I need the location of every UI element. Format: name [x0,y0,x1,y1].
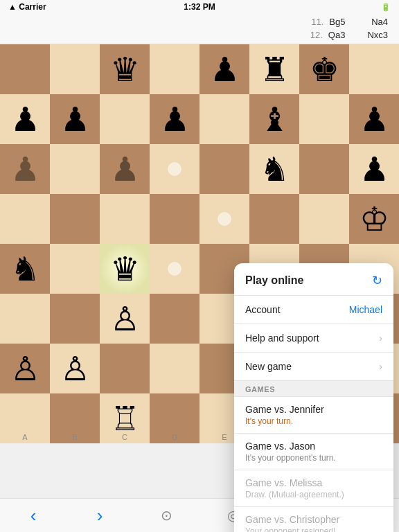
refresh-button[interactable]: ↻ [372,273,382,288]
move-list-button[interactable]: ⊙ [151,500,181,531]
move12-white: Qa3 [328,29,346,42]
cell-e6[interactable] [200,144,249,194]
status-bar: ▲ Carrier 1:32 PM 🔋 [0,0,399,14]
account-menu-item[interactable]: Account Michael [234,296,393,324]
cell-h5[interactable]: ♔ [349,194,399,244]
game-melissa-title: Game vs. Melissa [245,477,382,488]
forward-icon: › [97,505,103,526]
cell-f6[interactable]: ♞ [249,144,299,194]
cell-c4[interactable]: ♛ [100,244,150,294]
label-a: A [0,431,50,443]
new-game-chevron-icon: › [379,361,382,372]
move-notation-right: Na4 Nxc3 [367,16,388,41]
piece-a6: ♟ [10,150,40,188]
cell-f7[interactable]: ♝ [249,94,299,144]
cell-f8[interactable]: ♜ [249,44,299,94]
new-game-menu-item[interactable]: New game › [234,353,393,381]
piece-h7: ♟ [360,100,389,139]
cell-g5[interactable] [299,194,349,244]
move11-white: Bg5 [329,16,345,28]
cell-a2[interactable]: ♙ [0,344,50,393]
cell-d3[interactable] [150,294,200,344]
help-chevron-icon: › [379,332,382,344]
piece-f8: ♜ [260,50,290,89]
cell-d2[interactable] [150,344,200,393]
move11-number: 11. [311,16,323,28]
forward-button[interactable]: › [85,500,115,531]
help-label: Help and support [245,332,319,344]
cell-e5[interactable] [200,194,249,244]
cell-a8[interactable] [0,44,50,94]
cell-e7[interactable] [200,94,249,144]
cell-b2[interactable]: ♙ [50,344,100,393]
cell-c2[interactable] [100,344,150,393]
piece-a2: ♙ [10,349,40,388]
cell-d7[interactable]: ♟ [150,94,200,144]
cell-g8[interactable]: ♚ [299,44,349,94]
cell-e8[interactable]: ♟ [200,44,249,94]
game-christopher-title: Game vs. Christopher [245,514,382,525]
piece-c6: ♟ [110,150,140,188]
cell-b8[interactable] [50,44,100,94]
cell-b5[interactable] [50,194,100,244]
piece-f6: ♞ [260,150,290,188]
piece-h5: ♔ [360,200,389,238]
cell-c6[interactable]: ♟ [100,144,150,194]
cell-a7[interactable]: ♟ [0,94,50,144]
cell-d5[interactable] [150,194,200,244]
move11-black: Na4 [371,16,388,28]
cell-d4[interactable] [150,244,200,294]
label-d: D [150,431,200,443]
cell-h8[interactable] [349,44,399,94]
cell-c3[interactable]: ♙ [100,294,150,344]
cell-h6[interactable]: ♟ [349,144,399,194]
move12-black: Nxc3 [367,29,388,42]
popup-title: Play online [245,274,303,287]
game-item-christopher[interactable]: Game vs. Christopher Your opponent resig… [234,507,393,532]
popup-header: Play online ↻ [234,263,393,296]
piece-a4: ♞ [10,249,40,288]
cell-d6[interactable] [150,144,200,194]
back-button[interactable]: ‹ [18,500,48,531]
cell-a6[interactable]: ♟ [0,144,50,194]
label-b: B [50,431,100,443]
time-display: 1:32 PM [184,2,215,12]
piece-c8: ♛ [110,50,140,89]
account-value: Michael [349,304,382,315]
cell-g6[interactable] [299,144,349,194]
move-list-icon: ⊙ [161,507,172,524]
game-item-jason[interactable]: Game vs. Jason It's your opponent's turn… [234,434,393,470]
cell-d8[interactable] [150,44,200,94]
back-icon: ‹ [30,505,37,526]
piece-d7: ♟ [160,100,190,139]
cell-a4[interactable]: ♞ [0,244,50,294]
game-jason-subtitle: It's your opponent's turn. [245,453,382,463]
piece-c4: ♛ [110,249,140,288]
cell-g7[interactable] [299,94,349,144]
piece-e8: ♟ [210,50,240,89]
move-11: 11. Bg5 12. Qa3 [310,16,346,41]
piece-f7: ♝ [260,100,290,139]
cell-a5[interactable] [0,194,50,244]
cell-h7[interactable]: ♟ [349,94,399,144]
games-section-header: GAMES [234,381,393,397]
popup-menu: Play online ↻ Account Michael Help and s… [234,263,393,532]
account-label: Account [245,304,281,315]
cell-a3[interactable] [0,294,50,344]
cell-b7[interactable]: ♟ [50,94,100,144]
move12-number: 12. [310,29,323,42]
game-item-melissa[interactable]: Game vs. Melissa Draw. (Mutual-agreement… [234,470,393,507]
cell-c8[interactable]: ♛ [100,44,150,94]
piece-b2: ♙ [60,349,90,388]
game-item-jennifer[interactable]: Game vs. Jennifer It's your turn. [234,397,393,434]
help-menu-item[interactable]: Help and support › [234,324,393,353]
cell-b6[interactable] [50,144,100,194]
cell-c7[interactable] [100,94,150,144]
cell-b4[interactable] [50,244,100,294]
cell-c5[interactable] [100,194,150,244]
move-notation-bar: 11. Bg5 12. Qa3 Na4 Nxc3 [0,14,399,44]
cell-f5[interactable] [249,194,299,244]
label-c: C [100,431,150,443]
cell-b3[interactable] [50,294,100,344]
piece-h6: ♟ [360,150,389,188]
